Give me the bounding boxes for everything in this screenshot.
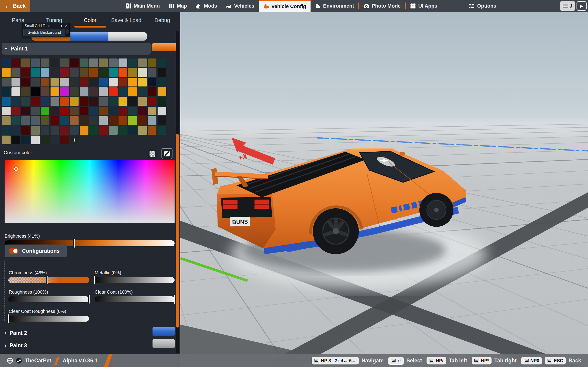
paint-swatch[interactable] bbox=[157, 116, 166, 125]
menu-item-vehicles[interactable]: Vehicles bbox=[221, 0, 259, 12]
paint-swatch[interactable] bbox=[80, 58, 88, 67]
paint-swatch[interactable] bbox=[70, 87, 78, 96]
paint-swatch[interactable] bbox=[60, 58, 69, 67]
paint-swatch[interactable] bbox=[41, 135, 49, 144]
paint-swatch[interactable] bbox=[138, 126, 147, 135]
paint-swatch[interactable] bbox=[51, 116, 59, 125]
slider-handle[interactable] bbox=[94, 275, 95, 285]
paint-swatch[interactable] bbox=[148, 116, 156, 125]
tab-color[interactable]: Color bbox=[72, 12, 108, 28]
brand-name[interactable]: TheCarPet bbox=[25, 358, 51, 364]
paint-swatch[interactable] bbox=[2, 97, 10, 106]
paint-swatch[interactable] bbox=[11, 87, 20, 96]
window-scrollbar[interactable] bbox=[66, 29, 69, 36]
paint-swatch[interactable] bbox=[11, 58, 20, 67]
paint-swatch[interactable] bbox=[2, 78, 10, 86]
paint-swatch[interactable] bbox=[89, 68, 98, 77]
chrominess-slider[interactable] bbox=[8, 277, 89, 283]
paint-swatch[interactable] bbox=[60, 68, 69, 77]
paint-swatch[interactable] bbox=[138, 58, 147, 67]
slider-handle[interactable] bbox=[46, 275, 48, 285]
paint-swatch[interactable] bbox=[80, 107, 88, 115]
paint-swatch[interactable] bbox=[89, 78, 98, 86]
paint-swatch[interactable] bbox=[99, 58, 108, 67]
paint-swatch[interactable] bbox=[109, 97, 118, 106]
paint-swatch[interactable] bbox=[21, 68, 30, 77]
window-title-bar[interactable]: Small Grid Tools ▼ × bbox=[23, 23, 69, 29]
paint2-current-swatch[interactable] bbox=[153, 327, 175, 336]
paint-swatch[interactable] bbox=[41, 78, 49, 86]
configurations-toggle[interactable]: Configurations bbox=[5, 244, 67, 257]
paint-swatch[interactable] bbox=[99, 87, 108, 96]
brightness-handle[interactable] bbox=[73, 239, 75, 248]
slider-handle[interactable] bbox=[174, 294, 175, 304]
menu-item-options[interactable]: Options bbox=[464, 0, 501, 12]
paint-swatch[interactable] bbox=[21, 78, 30, 86]
paint-swatch[interactable] bbox=[2, 87, 10, 96]
paint-swatch[interactable] bbox=[41, 126, 49, 135]
paint-swatch[interactable] bbox=[148, 97, 156, 106]
paint-swatch[interactable] bbox=[128, 58, 137, 67]
metallic-slider[interactable] bbox=[95, 277, 174, 283]
paint-swatch[interactable] bbox=[2, 68, 10, 77]
paint-swatch[interactable] bbox=[21, 135, 30, 144]
roughness-slider[interactable] bbox=[8, 296, 89, 302]
paint-swatch[interactable] bbox=[31, 58, 40, 67]
paint-swatch[interactable] bbox=[11, 68, 20, 77]
slider-handle[interactable] bbox=[7, 314, 9, 323]
paint-swatch[interactable] bbox=[89, 87, 98, 96]
paint-swatch[interactable] bbox=[51, 126, 59, 135]
paint-swatch[interactable] bbox=[148, 58, 156, 67]
paint-swatch[interactable] bbox=[41, 97, 49, 106]
paint-swatch[interactable] bbox=[11, 97, 20, 106]
paint-swatch[interactable] bbox=[70, 126, 78, 135]
paint-swatch[interactable] bbox=[31, 68, 40, 77]
paint-swatch[interactable] bbox=[2, 126, 10, 135]
paint-swatch[interactable] bbox=[148, 126, 156, 135]
paint-swatch[interactable] bbox=[41, 107, 49, 115]
paint-swatch[interactable] bbox=[89, 97, 98, 106]
paint-swatch[interactable] bbox=[148, 68, 156, 77]
paint-swatch[interactable] bbox=[138, 87, 147, 96]
paint-swatch[interactable] bbox=[99, 107, 108, 115]
paint-swatch[interactable] bbox=[99, 78, 108, 86]
collapse-icon[interactable]: ▼ bbox=[60, 24, 63, 27]
paint-swatch[interactable] bbox=[109, 107, 118, 115]
paint-swatch[interactable] bbox=[128, 116, 137, 125]
paint-swatch[interactable] bbox=[119, 68, 127, 77]
paint-swatch[interactable] bbox=[51, 97, 59, 106]
paint-swatch[interactable] bbox=[60, 116, 69, 125]
paint1-header[interactable]: › Paint 1 bbox=[2, 43, 151, 55]
paint-swatch[interactable] bbox=[148, 107, 156, 115]
paint-swatch[interactable] bbox=[41, 116, 49, 125]
menu-item-ui-apps[interactable]: UI Apps bbox=[406, 0, 441, 12]
paint1-current-swatch[interactable] bbox=[152, 43, 179, 51]
paint-swatch[interactable] bbox=[128, 87, 137, 96]
paint-swatch[interactable] bbox=[148, 87, 156, 96]
paint-swatch[interactable] bbox=[51, 107, 59, 115]
paint-swatch[interactable] bbox=[21, 58, 30, 67]
paint-swatch[interactable] bbox=[80, 116, 88, 125]
paint-swatch[interactable] bbox=[60, 107, 69, 115]
menu-item-map[interactable]: Map bbox=[164, 0, 191, 12]
paint-swatch[interactable] bbox=[138, 107, 147, 115]
paint-swatch[interactable] bbox=[157, 78, 166, 86]
paint-swatch[interactable] bbox=[157, 126, 166, 135]
paint-swatch[interactable] bbox=[51, 58, 59, 67]
paint-swatch[interactable] bbox=[11, 116, 20, 125]
paint-swatch[interactable] bbox=[31, 135, 40, 144]
paint-swatch[interactable] bbox=[80, 78, 88, 86]
paint-swatch[interactable] bbox=[60, 87, 69, 96]
paint-swatch[interactable] bbox=[80, 87, 88, 96]
menu-item-vehicle-config[interactable]: Vehicle Config bbox=[259, 0, 311, 12]
paint-swatch[interactable] bbox=[157, 68, 166, 77]
panel-scrollbar-thumb[interactable] bbox=[176, 134, 179, 327]
paint3-header[interactable]: ›Paint 3 bbox=[5, 342, 27, 349]
paint-swatch[interactable] bbox=[21, 116, 30, 125]
paint-swatch[interactable] bbox=[60, 126, 69, 135]
paint3-current-swatch[interactable] bbox=[153, 339, 175, 348]
paint-swatch[interactable] bbox=[138, 97, 147, 106]
paint-swatch[interactable] bbox=[148, 78, 156, 86]
texture-button[interactable] bbox=[147, 149, 157, 159]
paint-swatch[interactable] bbox=[21, 87, 30, 96]
